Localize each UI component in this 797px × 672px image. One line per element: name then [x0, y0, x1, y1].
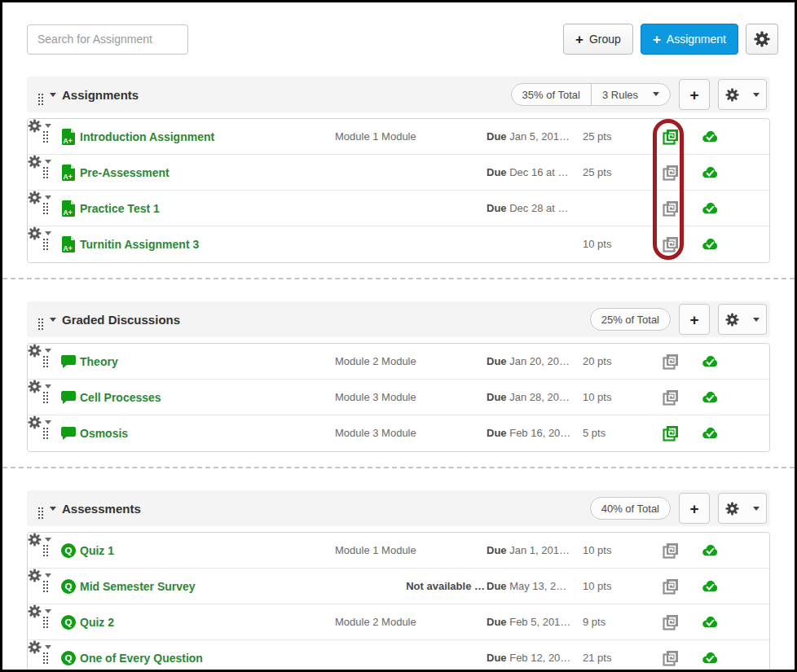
- drag-handle-icon[interactable]: [38, 94, 40, 95]
- item-settings-button[interactable]: [28, 604, 52, 618]
- item-due-date: Due Feb 16, 20…: [487, 415, 570, 451]
- published-check-icon[interactable]: [702, 614, 718, 630]
- drag-handle-icon[interactable]: [43, 652, 45, 654]
- item-points: 10 pts: [583, 380, 611, 415]
- item-settings-button[interactable]: [28, 155, 52, 169]
- published-check-icon[interactable]: [702, 650, 718, 666]
- speedgrader-icon[interactable]: [663, 129, 679, 145]
- item-title-link[interactable]: Quiz 1: [80, 533, 114, 569]
- drag-handle-icon[interactable]: [43, 545, 45, 547]
- item-due-date: Due Jan 20, 20…: [487, 344, 570, 380]
- speedgrader-icon[interactable]: [663, 578, 679, 595]
- add-assignment-button[interactable]: + Assignment: [641, 24, 738, 55]
- item-due-date: Due Feb 5, 201…: [487, 604, 570, 640]
- group-settings-button[interactable]: [718, 493, 767, 524]
- drag-handle-icon[interactable]: [43, 203, 45, 204]
- drag-handle-icon[interactable]: [43, 239, 45, 240]
- drag-handle-icon[interactable]: [43, 131, 45, 133]
- item-settings-button[interactable]: [28, 226, 52, 240]
- rules-dropdown[interactable]: 3 Rules: [591, 84, 670, 105]
- group-item-list: Q Quiz 1 Module 1 Module Due Jan 1, 201……: [27, 532, 770, 672]
- quiz-icon: Q: [60, 542, 77, 559]
- published-check-icon[interactable]: [702, 354, 718, 370]
- rules-label: 3 Rules: [602, 89, 638, 101]
- plus-icon: +: [653, 33, 661, 46]
- add-group-button[interactable]: + Group: [563, 24, 633, 55]
- item-title-link[interactable]: Mid Semester Survey: [80, 569, 196, 604]
- assignment-group: Assignments 35% of Total 3 Rules +: [27, 77, 770, 263]
- item-points: 9 pts: [583, 604, 605, 640]
- gear-icon: [28, 569, 42, 582]
- assignment-row: Cell Processes Module 3 Module Due Jan 2…: [28, 380, 769, 415]
- item-title-link[interactable]: Quiz 2: [80, 604, 114, 640]
- plus-icon: +: [689, 501, 698, 516]
- speedgrader-icon[interactable]: [663, 425, 679, 441]
- item-points: 25 pts: [583, 155, 611, 191]
- svg-text:A+: A+: [64, 173, 73, 181]
- speedgrader-icon[interactable]: [663, 650, 679, 666]
- gear-icon: [28, 604, 42, 618]
- search-input[interactable]: [27, 24, 188, 55]
- drag-handle-icon[interactable]: [43, 167, 45, 169]
- drag-handle-icon[interactable]: [43, 356, 45, 358]
- item-title-link[interactable]: Osmosis: [80, 415, 128, 451]
- add-assignment-label: Assignment: [667, 33, 726, 46]
- add-item-button[interactable]: +: [679, 79, 710, 110]
- drag-handle-icon[interactable]: [43, 428, 45, 429]
- gear-icon: [28, 640, 42, 654]
- chevron-down-icon: [45, 609, 51, 617]
- item-title-link[interactable]: Theory: [80, 344, 118, 380]
- speedgrader-icon[interactable]: [663, 165, 679, 181]
- published-check-icon[interactable]: [702, 200, 718, 217]
- item-settings-button[interactable]: [28, 415, 52, 429]
- group-settings-button[interactable]: [718, 79, 767, 110]
- published-check-icon[interactable]: [702, 578, 718, 595]
- add-item-button[interactable]: +: [679, 304, 710, 335]
- item-points: 20 pts: [583, 344, 611, 380]
- chevron-down-icon[interactable]: [50, 507, 56, 514]
- item-settings-button[interactable]: [28, 191, 52, 204]
- group-settings-button[interactable]: [718, 304, 767, 335]
- settings-button[interactable]: [746, 24, 778, 55]
- item-title-link[interactable]: One of Every Question: [80, 640, 203, 672]
- speedgrader-icon[interactable]: [663, 614, 679, 630]
- item-title-link[interactable]: Turnitin Assignment 3: [80, 226, 199, 262]
- drag-handle-icon[interactable]: [43, 392, 45, 393]
- published-check-icon[interactable]: [702, 425, 718, 441]
- item-due-date: Due Dec 16 at …: [487, 155, 568, 191]
- item-points: 10 pts: [583, 569, 611, 604]
- item-settings-button[interactable]: [28, 569, 52, 582]
- speedgrader-icon[interactable]: [663, 354, 679, 370]
- item-settings-button[interactable]: [28, 533, 52, 547]
- drag-handle-icon[interactable]: [43, 581, 45, 582]
- item-title-link[interactable]: Introduction Assignment: [80, 119, 214, 155]
- add-item-button[interactable]: +: [679, 493, 710, 524]
- group-header-actions: 40% of Total +: [590, 493, 767, 524]
- speedgrader-icon[interactable]: [663, 542, 679, 559]
- chevron-down-icon[interactable]: [50, 318, 56, 325]
- chevron-down-icon: [45, 160, 51, 167]
- item-module: Module 1 Module: [335, 533, 416, 569]
- published-check-icon[interactable]: [702, 129, 718, 145]
- item-settings-button[interactable]: [28, 640, 52, 654]
- item-settings-button[interactable]: [28, 380, 52, 393]
- drag-handle-icon[interactable]: [43, 617, 45, 618]
- speedgrader-icon[interactable]: [663, 200, 679, 217]
- drag-handle-icon[interactable]: [38, 318, 40, 320]
- item-title-link[interactable]: Practice Test 1: [80, 191, 160, 226]
- toolbar-actions: + Group + Assignment: [563, 24, 778, 55]
- published-check-icon[interactable]: [702, 236, 718, 253]
- drag-handle-icon[interactable]: [38, 507, 40, 509]
- speedgrader-icon[interactable]: [663, 236, 679, 253]
- chevron-down-icon[interactable]: [50, 93, 56, 100]
- item-points: 5 pts: [583, 415, 605, 451]
- published-check-icon[interactable]: [702, 389, 718, 406]
- published-check-icon[interactable]: [702, 542, 718, 559]
- published-check-icon[interactable]: [702, 165, 718, 181]
- speedgrader-icon[interactable]: [663, 389, 679, 406]
- item-settings-button[interactable]: [28, 119, 52, 133]
- gear-icon: [725, 88, 739, 102]
- item-settings-button[interactable]: [28, 344, 52, 358]
- item-title-link[interactable]: Pre-Assessment: [80, 155, 170, 191]
- item-title-link[interactable]: Cell Processes: [80, 380, 161, 415]
